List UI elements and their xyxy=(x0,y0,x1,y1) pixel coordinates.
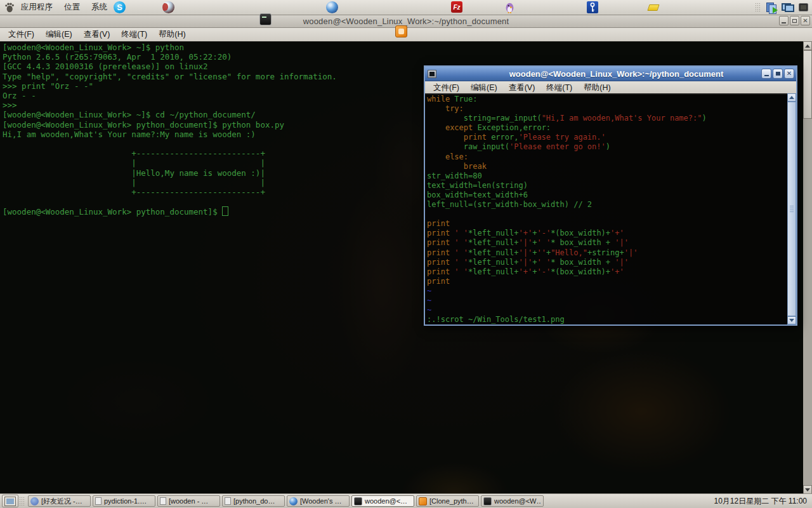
minimize-icon xyxy=(782,22,786,23)
minimize-button[interactable] xyxy=(761,69,771,79)
scroll-up-button[interactable] xyxy=(787,93,796,102)
close-button[interactable]: ✕ xyxy=(801,16,810,25)
vim-code-line: print ' '*left_null+'+'+'-'*(box_width)+… xyxy=(427,229,787,238)
floating-window-title: wooden@<Wooden_Linux_Work>:~/python_docu… xyxy=(436,69,796,79)
skype-icon[interactable]: S xyxy=(114,1,126,13)
terminal-line: Python 2.6.5 (r265:79063, Apr 1 2010, 05… xyxy=(3,52,803,62)
taskbar-clock[interactable]: 10月12日星期二 下午 11:00 xyxy=(714,496,807,507)
arrow-up-icon xyxy=(789,96,794,99)
orange-app-icon[interactable] xyxy=(395,25,407,37)
orange-icon xyxy=(419,497,427,505)
minimize-icon xyxy=(764,75,769,76)
tray-separator xyxy=(756,2,760,13)
places-menu[interactable]: 位置 xyxy=(58,0,86,15)
vim-code-line: string=raw_input("Hi,I am wooden,What's … xyxy=(427,114,787,123)
maximize-button[interactable] xyxy=(773,69,783,79)
arrow-down-icon xyxy=(805,488,810,491)
scroll-down-button[interactable] xyxy=(803,485,812,494)
vim-code-line: str_width=80 xyxy=(427,171,787,181)
vim-code-line: else: xyxy=(427,152,787,162)
menu-item[interactable]: 帮助(H) xyxy=(578,81,616,95)
copy-pages-icon[interactable] xyxy=(766,2,777,13)
vim-code-line: print error,'Please try again.' xyxy=(427,133,787,142)
skype-letter: S xyxy=(117,3,122,12)
scrollbar-thumb[interactable] xyxy=(803,50,812,119)
vim-code-line: while True: xyxy=(427,95,787,104)
system-tray xyxy=(754,0,808,15)
scroll-down-button[interactable] xyxy=(787,316,796,324)
key-app-icon[interactable] xyxy=(587,1,598,13)
key-glyph xyxy=(589,3,596,12)
applications-menu[interactable]: 应用程序 xyxy=(15,0,58,15)
browser-icon[interactable] xyxy=(162,1,174,13)
minimize-button[interactable] xyxy=(779,16,789,25)
menu-item[interactable]: 文件(F) xyxy=(3,28,40,41)
pidgin-icon[interactable] xyxy=(504,1,516,13)
taskbar-separator xyxy=(20,496,24,507)
vim-code-line: raw_input('Please enter go on!') xyxy=(427,142,787,152)
taskbar-button-label: wooden@<… xyxy=(365,497,407,505)
filezilla-icon[interactable]: Fz xyxy=(451,1,462,13)
terminal-icon xyxy=(483,497,492,505)
maximize-button[interactable] xyxy=(790,16,799,25)
terminal-icon xyxy=(354,497,362,505)
arrow-up-icon xyxy=(805,44,810,48)
taskbar-button[interactable]: wooden@<… xyxy=(351,495,414,507)
scroll-up-button[interactable] xyxy=(803,41,812,50)
vim-empty-line: ~ xyxy=(427,286,787,296)
scrollbar-thumb[interactable] xyxy=(787,102,796,316)
green-arrow xyxy=(773,7,778,13)
vim-empty-line: ~ xyxy=(427,296,787,305)
vim-code-line: except Exception,error: xyxy=(427,123,787,133)
main-window-title: wooden@<Wooden_Linux_Work>:~/python_docu… xyxy=(0,17,812,26)
bottom-taskbar: [好友近况 -…pydiction-1.…[wooden - …[python_… xyxy=(0,493,812,508)
menu-item[interactable]: 文件(F) xyxy=(428,81,465,95)
vim-code-line: print xyxy=(427,219,787,229)
gnome-foot-icon[interactable] xyxy=(4,2,15,13)
notes-icon[interactable] xyxy=(647,4,659,11)
system-menu[interactable]: 系统 xyxy=(86,0,113,15)
show-desktop-button[interactable] xyxy=(2,495,18,507)
monitor-two xyxy=(785,4,794,12)
taskbar-button[interactable]: [Clone_pyth… xyxy=(416,495,479,507)
floating-window-titlebar[interactable]: wooden@<Wooden_Linux_Work>:~/python_docu… xyxy=(425,67,796,81)
globe-browser-icon[interactable] xyxy=(326,1,338,13)
vim-code-line: try: xyxy=(427,104,787,114)
vim-code-line: left_null=(str_width-box_width) // 2 xyxy=(427,200,787,210)
taskbar-button-label: pydiction-1.… xyxy=(104,497,147,505)
terminal-cursor xyxy=(222,206,228,216)
taskbar-button[interactable]: pydiction-1.… xyxy=(93,495,155,507)
network-monitors-icon[interactable] xyxy=(782,3,794,13)
taskbar-button[interactable]: [python_do… xyxy=(222,495,285,507)
taskbar-button[interactable]: [wooden - … xyxy=(157,495,220,507)
vim-terminal-scrollbar[interactable] xyxy=(787,93,796,324)
taskbar-button[interactable]: [Wooden's … xyxy=(287,495,350,507)
close-button[interactable]: ✕ xyxy=(784,69,794,79)
panel-menus: 应用程序位置系统 xyxy=(3,0,113,15)
menu-item[interactable]: 终端(T) xyxy=(540,81,578,95)
taskbar-button[interactable]: [好友近况 -… xyxy=(28,495,91,507)
terminal-window-icon xyxy=(428,70,436,78)
menu-item[interactable]: 查看(V) xyxy=(78,28,116,41)
arrow-down-icon xyxy=(789,319,794,322)
menu-item[interactable]: 帮助(H) xyxy=(153,28,191,41)
menu-item[interactable]: 编辑(E) xyxy=(40,28,78,41)
filezilla-letters: Fz xyxy=(453,4,460,11)
taskbar-button[interactable]: wooden@<W… xyxy=(481,495,544,507)
file-icon xyxy=(160,497,166,505)
taskbar-button-label: [Wooden's … xyxy=(300,497,341,505)
floating-terminal-window: wooden@<Wooden_Linux_Work>:~/python_docu… xyxy=(424,65,797,326)
vim-code-line: print ' '*left_null+'|'+''+"Hello,"+stri… xyxy=(427,248,787,258)
show-desktop-icon xyxy=(4,497,16,506)
terminal-launcher-icon[interactable] xyxy=(259,13,272,25)
menu-item[interactable]: 查看(V) xyxy=(503,81,541,95)
file-icon xyxy=(95,497,102,505)
menu-item[interactable]: 编辑(E) xyxy=(465,81,503,95)
vim-editor-output[interactable]: while True: try: string=raw_input("Hi,I … xyxy=(425,93,787,324)
main-terminal-scrollbar[interactable] xyxy=(803,41,812,494)
vim-code-line: text_width=len(string) xyxy=(427,181,787,190)
menu-item[interactable]: 终端(T) xyxy=(115,28,153,41)
screen-tray-icon[interactable] xyxy=(799,3,808,11)
vim-code-line: print ' '*left_null+'|'+' '* box_width +… xyxy=(427,258,787,267)
taskbar-button-label: [好友近况 -… xyxy=(41,497,82,506)
